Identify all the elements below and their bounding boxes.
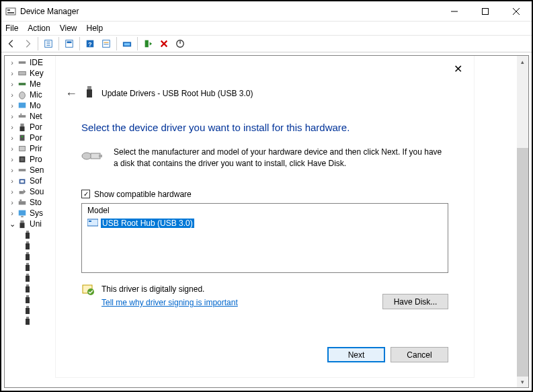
chevron-right-icon[interactable]: › <box>7 197 17 208</box>
chevron-right-icon[interactable]: › <box>7 122 17 132</box>
tree-item-label: Por <box>30 122 42 132</box>
chevron-right-icon[interactable]: › <box>7 154 17 165</box>
menu-file[interactable]: File <box>5 24 18 33</box>
device-category-icon <box>17 197 28 208</box>
close-button[interactable] <box>501 1 532 21</box>
svg-rect-70 <box>99 155 102 157</box>
scroll-down-button[interactable]: ▾ <box>517 376 528 387</box>
svg-rect-44 <box>19 210 26 216</box>
svg-point-68 <box>82 153 91 159</box>
tree-item-label: Por <box>30 132 42 143</box>
svg-text:?: ? <box>88 41 91 48</box>
model-listbox[interactable]: Model USB Root Hub (USB 3.0) <box>81 203 448 273</box>
show-compatible-label: Show compatible hardware <box>94 190 192 199</box>
svg-rect-63 <box>26 308 30 314</box>
minimize-button[interactable] <box>439 1 470 21</box>
show-compatible-checkbox[interactable]: ✓ <box>81 190 90 198</box>
svg-rect-24 <box>19 61 26 64</box>
menu-bar: File Action View Help <box>1 22 532 35</box>
svg-rect-71 <box>87 219 98 226</box>
svg-rect-54 <box>26 263 29 265</box>
scan-hardware-button[interactable] <box>120 36 134 51</box>
svg-rect-0 <box>6 8 15 15</box>
menu-action[interactable]: Action <box>28 24 50 33</box>
have-disk-button[interactable]: Have Disk... <box>382 294 448 309</box>
uninstall-button[interactable] <box>157 36 171 51</box>
chevron-right-icon[interactable]: › <box>7 68 17 79</box>
device-category-icon <box>17 132 28 143</box>
hardware-icon <box>81 147 103 169</box>
chevron-right-icon[interactable]: › <box>7 143 17 154</box>
tree-item-label: Prir <box>30 143 42 154</box>
usb-icon <box>22 294 33 305</box>
svg-rect-53 <box>26 254 30 260</box>
svg-rect-46 <box>20 221 24 223</box>
dialog-close-button[interactable]: ✕ <box>454 63 464 73</box>
usb-icon <box>22 272 33 283</box>
svg-rect-25 <box>19 71 26 75</box>
action-button[interactable] <box>99 36 114 51</box>
svg-rect-42 <box>19 201 26 204</box>
scroll-thumb[interactable] <box>517 148 528 377</box>
svg-rect-67 <box>87 89 92 97</box>
svg-rect-52 <box>26 252 29 254</box>
svg-rect-31 <box>20 124 24 126</box>
window-title: Device Manager <box>20 7 439 16</box>
svg-rect-11 <box>66 40 73 48</box>
chevron-right-icon[interactable]: › <box>7 186 17 197</box>
next-button[interactable]: Next <box>327 347 385 362</box>
help-button[interactable]: ? <box>83 36 97 51</box>
svg-rect-1 <box>7 9 10 11</box>
device-category-icon <box>17 111 28 122</box>
svg-rect-49 <box>26 233 30 239</box>
back-button[interactable] <box>4 36 19 51</box>
cancel-button[interactable]: Cancel <box>391 347 448 362</box>
signing-info-link[interactable]: Tell me why driver signing is important <box>101 298 238 307</box>
properties-button[interactable] <box>62 36 77 51</box>
chevron-right-icon[interactable]: › <box>7 175 17 186</box>
svg-rect-41 <box>19 191 24 194</box>
chevron-right-icon[interactable]: › <box>7 79 17 89</box>
chevron-right-icon[interactable]: › <box>7 100 17 111</box>
tree-item-label: Sen <box>30 165 44 175</box>
menu-help[interactable]: Help <box>87 24 104 33</box>
svg-rect-38 <box>19 169 26 171</box>
svg-rect-35 <box>19 147 26 151</box>
device-category-icon <box>17 100 28 111</box>
device-category-icon <box>17 186 28 197</box>
app-icon <box>5 6 16 17</box>
device-category-icon <box>17 208 28 219</box>
scroll-up-button[interactable]: ▴ <box>517 56 528 67</box>
svg-rect-28 <box>19 103 26 108</box>
svg-rect-32 <box>20 126 25 131</box>
tree-item-label: Mic <box>30 89 42 100</box>
svg-rect-12 <box>67 42 72 44</box>
title-bar: Device Manager <box>1 1 532 22</box>
maximize-button[interactable] <box>470 1 501 21</box>
tree-item-label: Uni <box>30 219 42 229</box>
usb-icon <box>22 229 33 240</box>
chevron-right-icon[interactable]: › <box>7 111 17 122</box>
vertical-scrollbar[interactable]: ▴ ▾ <box>517 56 528 387</box>
svg-rect-66 <box>87 86 91 89</box>
svg-rect-65 <box>26 319 30 325</box>
dialog-heading: Select the device driver you want to ins… <box>56 102 474 133</box>
chevron-right-icon[interactable]: › <box>7 89 17 100</box>
update-driver-button[interactable] <box>140 36 155 51</box>
device-category-icon <box>17 143 28 154</box>
device-category-icon <box>17 89 28 100</box>
menu-view[interactable]: View <box>60 24 77 33</box>
usb-icon <box>22 262 33 272</box>
svg-rect-60 <box>26 295 29 297</box>
model-list-item[interactable]: USB Root Hub (USB 3.0) <box>82 217 448 230</box>
chevron-right-icon[interactable]: › <box>7 208 17 219</box>
dialog-back-button[interactable]: ← <box>65 87 77 101</box>
show-hide-tree-button[interactable] <box>41 36 56 51</box>
disable-button[interactable] <box>173 36 188 51</box>
chevron-right-icon[interactable]: › <box>7 165 17 175</box>
forward-button[interactable] <box>20 36 35 51</box>
chevron-down-icon[interactable]: ⌄ <box>7 219 17 229</box>
svg-rect-57 <box>26 276 30 282</box>
chevron-right-icon[interactable]: › <box>7 57 17 68</box>
chevron-right-icon[interactable]: › <box>7 132 17 143</box>
